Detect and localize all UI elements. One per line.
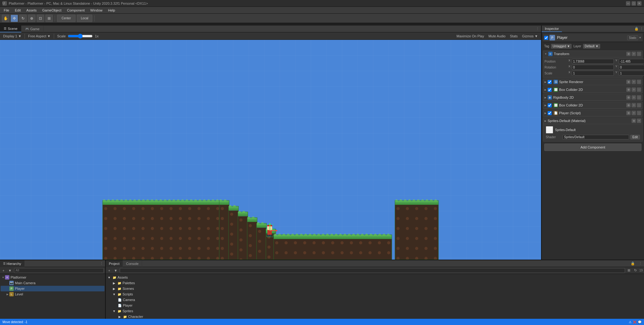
- sprite-renderer-more-button[interactable]: ⋮: [637, 80, 641, 84]
- transform-more-button[interactable]: ⋮: [637, 52, 641, 56]
- layer-dropdown[interactable]: Default ▼: [583, 44, 600, 49]
- hierarchy-dropdown-button[interactable]: ▼: [7, 268, 13, 273]
- hierarchy-item-level[interactable]: ▶ L Level: [1, 291, 104, 297]
- box-collider-2d-2-header[interactable]: ▶ ⬜ Box Collider 2D ⚙ ? ⋮: [543, 102, 642, 109]
- box-collider-2d-1-header[interactable]: ▶ ⬜ Box Collider 2D ⚙ ? ⋮: [543, 87, 642, 93]
- scale-y-field[interactable]: [619, 71, 644, 76]
- box-collider-1-checkbox[interactable]: [548, 88, 552, 92]
- object-active-checkbox[interactable]: [544, 36, 548, 40]
- project-layout-button[interactable]: ⊞: [626, 268, 632, 273]
- maximize-on-play-button[interactable]: Maximize On Play: [455, 34, 485, 39]
- box-collider-2-more-button[interactable]: ⋮: [637, 103, 641, 107]
- project-add-button[interactable]: +: [107, 268, 111, 273]
- player-script-more-button[interactable]: ⋮: [637, 111, 641, 115]
- tag-dropdown[interactable]: Untagged ▼: [551, 44, 572, 49]
- menu-window[interactable]: Window: [88, 8, 105, 13]
- move-tool-button[interactable]: ✥: [11, 15, 18, 22]
- rotation-x-field[interactable]: [572, 65, 614, 70]
- transform-help-button[interactable]: ?: [632, 52, 636, 56]
- scale-input[interactable]: [68, 34, 93, 39]
- menu-help[interactable]: Help: [105, 8, 118, 13]
- menu-assets[interactable]: Assets: [24, 8, 39, 13]
- minimize-button[interactable]: ─: [626, 1, 630, 6]
- tab-project[interactable]: Project: [106, 260, 123, 267]
- tab-game[interactable]: 🎮 Game: [21, 26, 44, 32]
- player-script-checkbox[interactable]: [548, 111, 552, 115]
- hierarchy-add-button[interactable]: +: [1, 268, 6, 273]
- project-dropdown-button[interactable]: ▼: [113, 268, 118, 273]
- proj-item-player-script[interactable]: 📄 Player: [106, 303, 643, 308]
- rect-tool-button[interactable]: ⊡: [37, 15, 44, 22]
- menu-file[interactable]: File: [1, 8, 12, 13]
- rotation-y-field[interactable]: [619, 65, 644, 70]
- scale-x-field[interactable]: [572, 71, 614, 76]
- window-controls[interactable]: ─ □ ✕: [626, 1, 642, 6]
- box-collider-1-settings-button[interactable]: ⚙: [626, 87, 631, 92]
- shader-edit-button[interactable]: Edit: [630, 135, 640, 139]
- proj-item-palettes[interactable]: ▶ 📁 Palettes: [106, 280, 643, 286]
- hand-tool-button[interactable]: ✋: [2, 15, 9, 22]
- rigidbody-help-button[interactable]: ?: [632, 95, 636, 100]
- player-script-help-button[interactable]: ?: [632, 111, 636, 115]
- add-component-button[interactable]: Add Component: [544, 144, 642, 151]
- material-header[interactable]: ▶ Sprites-Default (Material) ⚙ ?: [543, 118, 642, 124]
- hierarchy-more-button[interactable]: ⋮: [98, 261, 105, 266]
- material-settings-button[interactable]: ⚙: [632, 119, 636, 123]
- space-button[interactable]: Local: [77, 15, 92, 22]
- tab-hierarchy[interactable]: ☰ Hierarchy: [0, 260, 25, 267]
- transform-settings-button[interactable]: ⚙: [626, 52, 631, 56]
- tab-console[interactable]: Console: [123, 260, 142, 267]
- proj-item-scenes[interactable]: ▶ 📁 Scenes: [106, 286, 643, 291]
- tab-inspector[interactable]: Inspector: [542, 26, 562, 32]
- mute-audio-button[interactable]: Mute Audio: [487, 34, 507, 39]
- player-script-settings-button[interactable]: ⚙: [626, 111, 631, 115]
- box-collider-2-help-button[interactable]: ?: [632, 103, 636, 107]
- hierarchy-item-main-camera[interactable]: 📷 Main Camera: [1, 280, 104, 286]
- rigidbody-more-button[interactable]: ⋮: [637, 95, 641, 100]
- gizmos-button[interactable]: Gizmos ▼: [521, 34, 539, 39]
- box-collider-1-help-button[interactable]: ?: [632, 87, 636, 92]
- proj-item-assets[interactable]: ▼ 📁 Assets: [106, 275, 643, 280]
- hierarchy-item-platformer[interactable]: ▼ ≡ Platformer: [1, 275, 104, 280]
- box-collider-2-settings-button[interactable]: ⚙: [626, 103, 631, 107]
- project-more-button[interactable]: ⋮: [637, 261, 644, 266]
- scale-tool-button[interactable]: ⊕: [28, 15, 35, 22]
- stats-button[interactable]: Stats: [509, 34, 519, 39]
- sprite-renderer-checkbox[interactable]: [548, 80, 552, 84]
- aspect-selector[interactable]: Free Aspect ▼: [27, 34, 52, 39]
- display-selector[interactable]: Display 1 ▼: [2, 34, 23, 39]
- rigidbody-2d-header[interactable]: ▶ ◉ Rigidbody 2D ⚙ ? ⋮: [543, 94, 642, 101]
- object-name-field[interactable]: Player: [557, 35, 627, 40]
- project-search-input[interactable]: [120, 268, 625, 273]
- project-lock-button[interactable]: 🔒: [629, 261, 637, 266]
- box-collider-1-more-button[interactable]: ⋮: [637, 87, 641, 92]
- static-chevron-icon[interactable]: ▼: [639, 36, 642, 39]
- menu-edit[interactable]: Edit: [12, 8, 23, 13]
- sprite-renderer-settings-button[interactable]: ⚙: [626, 80, 631, 84]
- transform-header[interactable]: ▼ ⊕ Transform ⚙ ? ⋮: [543, 51, 642, 57]
- static-badge[interactable]: Static: [627, 35, 638, 40]
- position-y-field[interactable]: [619, 59, 644, 64]
- menu-gameobject[interactable]: GameObject: [40, 8, 64, 13]
- scale-slider[interactable]: Scale 1x: [56, 33, 100, 39]
- maximize-button[interactable]: □: [632, 1, 636, 6]
- material-help-button[interactable]: ?: [637, 119, 641, 123]
- position-x-field[interactable]: [572, 59, 614, 64]
- sprite-renderer-header[interactable]: ▶ 🖼 Sprite Renderer ⚙ ? ⋮: [543, 79, 642, 85]
- tab-scene[interactable]: ☰ Scene: [0, 26, 21, 32]
- proj-item-sprites[interactable]: ▼ 📁 Sprites: [106, 308, 643, 314]
- player-script-header[interactable]: ▶ 📄 Player (Script) ⚙ ? ⋮: [543, 110, 642, 116]
- proj-item-scripts[interactable]: ▼ 📁 Scripts: [106, 291, 643, 297]
- hierarchy-search-input[interactable]: [14, 268, 104, 273]
- scene-viewport[interactable]: [0, 40, 541, 260]
- project-sync-button[interactable]: ↻: [633, 268, 638, 273]
- rigidbody-settings-button[interactable]: ⚙: [626, 95, 631, 100]
- scene-more-button[interactable]: ⋮: [534, 26, 541, 32]
- proj-item-camera-script[interactable]: 📄 Camera: [106, 297, 643, 303]
- pivot-button[interactable]: Center: [57, 15, 76, 22]
- hierarchy-item-player[interactable]: P Player: [1, 286, 104, 291]
- box-collider-2-checkbox[interactable]: [548, 103, 552, 107]
- transform-tool-button[interactable]: ⊞: [45, 15, 53, 22]
- sprite-renderer-help-button[interactable]: ?: [632, 80, 636, 84]
- rotate-tool-button[interactable]: ↻: [19, 15, 27, 22]
